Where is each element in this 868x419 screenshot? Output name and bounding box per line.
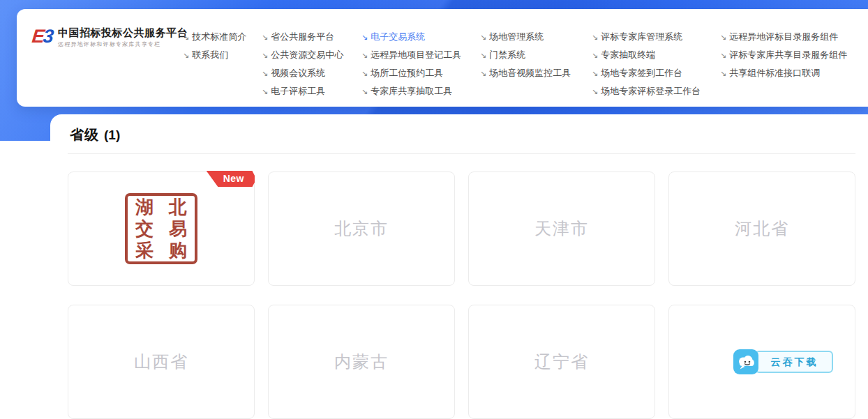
section-title: 省级 bbox=[70, 125, 99, 144]
arrow-icon: ↘ bbox=[361, 33, 368, 41]
arrow-icon: ↘ bbox=[262, 88, 268, 96]
menu-item-label: 公共资源交易中心 bbox=[271, 49, 343, 61]
page: E3 中国招标投标公共服务平台 远程异地评标和评标专家库共享专栏 ↘技术标准简介… bbox=[0, 0, 868, 419]
province-card-liaoning[interactable]: 辽宁省 bbox=[468, 305, 655, 419]
province-label: 辽宁省 bbox=[534, 351, 589, 373]
site-title: 中国招标投标公共服务平台 bbox=[58, 26, 188, 39]
province-label: 内蒙古 bbox=[334, 351, 389, 373]
arrow-icon: ↘ bbox=[592, 33, 598, 41]
arrow-icon: ↘ bbox=[183, 33, 189, 41]
arrow-icon: ↘ bbox=[361, 52, 368, 59]
menu-item-video-conference-system[interactable]: ↘视频会议系统 bbox=[262, 64, 343, 82]
province-card-shanxi[interactable]: 山西省 bbox=[68, 305, 255, 419]
menu-item-etrading-system-active[interactable]: ↘电子交易系统 bbox=[361, 28, 461, 46]
menu-item-label: 场地音视频监控工具 bbox=[489, 67, 571, 79]
menu-item-label: 场所工位预约工具 bbox=[371, 67, 443, 79]
nav-column-5: ↘评标专家库管理系统 ↘专家抽取终端 ↘场地专家签到工作台 ↘场地专家评标登录工… bbox=[592, 28, 701, 100]
cloud-mascot-icon[interactable] bbox=[733, 349, 758, 374]
arrow-icon: ↘ bbox=[592, 88, 598, 96]
menu-item-expert-pool-shared-extraction-tool[interactable]: ↘专家库共享抽取工具 bbox=[361, 82, 461, 100]
menu-item-remote-project-registration-tool[interactable]: ↘远程异地项目登记工具 bbox=[361, 46, 461, 64]
section-count: (1) bbox=[104, 128, 120, 143]
arrow-icon: ↘ bbox=[592, 70, 598, 77]
section-divider bbox=[68, 153, 855, 154]
seal-char: 采 bbox=[135, 241, 154, 261]
nav-column-2: ↘省公共服务平台 ↘公共资源交易中心 ↘视频会议系统 ↘电子评标工具 bbox=[262, 28, 343, 100]
menu-item-provincial-service-platform[interactable]: ↘省公共服务平台 bbox=[262, 28, 343, 46]
menu-item-contact-us[interactable]: ↘联系我们 bbox=[183, 46, 246, 64]
menu-item-label: 省公共服务平台 bbox=[271, 31, 334, 43]
section-header: 省级 (1) bbox=[68, 125, 855, 144]
menu-item-ebid-evaluation-tool[interactable]: ↘电子评标工具 bbox=[262, 82, 343, 100]
arrow-icon: ↘ bbox=[480, 70, 486, 77]
site-header: E3 中国招标投标公共服务平台 远程异地评标和评标专家库共享专栏 ↘技术标准简介… bbox=[17, 9, 868, 107]
province-card-grid: New 湖 北 交 易 采 购 北京市 天津市 河北省 山西 bbox=[68, 172, 855, 419]
arrow-icon: ↘ bbox=[720, 33, 726, 41]
nav-column-6: ↘远程异地评标目录服务组件 ↘评标专家库共享目录服务组件 ↘共享组件标准接口联调 bbox=[720, 28, 847, 82]
province-card-tianjin[interactable]: 天津市 bbox=[468, 172, 655, 286]
province-card-beijing[interactable]: 北京市 bbox=[268, 172, 455, 286]
menu-item-label: 技术标准简介 bbox=[192, 31, 246, 43]
menu-item-label: 联系我们 bbox=[192, 49, 228, 61]
menu-item-venue-seat-booking-tool[interactable]: ↘场所工位预约工具 bbox=[361, 64, 461, 82]
menu-item-label: 专家库共享抽取工具 bbox=[371, 85, 452, 98]
menu-item-label: 共享组件标准接口联调 bbox=[729, 67, 820, 79]
menu-item-label: 场地专家评标登录工作台 bbox=[601, 85, 701, 98]
arrow-icon: ↘ bbox=[183, 52, 189, 59]
province-label: 山西省 bbox=[134, 351, 188, 373]
arrow-icon: ↘ bbox=[262, 70, 268, 77]
menu-item-label: 评标专家库管理系统 bbox=[601, 31, 682, 43]
nav-column-4: ↘场地管理系统 ↘门禁系统 ↘场地音视频监控工具 bbox=[480, 28, 571, 82]
menu-item-remote-evaluation-directory-service-component[interactable]: ↘远程异地评标目录服务组件 bbox=[720, 28, 847, 46]
menu-item-label: 远程异地评标目录服务组件 bbox=[729, 31, 838, 43]
menu-item-access-control-system[interactable]: ↘门禁系统 bbox=[480, 46, 571, 64]
province-label: 河北省 bbox=[735, 218, 789, 240]
menu-item-label: 电子交易系统 bbox=[371, 31, 425, 43]
seal-char: 购 bbox=[169, 241, 187, 261]
menu-item-venue-management-system[interactable]: ↘场地管理系统 bbox=[480, 28, 571, 46]
hubei-trading-seal-stamp: 湖 北 交 易 采 购 bbox=[125, 193, 197, 264]
menu-item-label: 门禁系统 bbox=[489, 49, 525, 61]
site-logo[interactable]: E3 中国招标投标公共服务平台 远程异地评标和评标专家库共享专栏 bbox=[32, 26, 188, 48]
province-card-neimenggu[interactable]: 内蒙古 bbox=[268, 305, 455, 419]
arrow-icon: ↘ bbox=[720, 52, 726, 59]
menu-item-label: 远程异地项目登记工具 bbox=[371, 49, 461, 61]
menu-item-label: 电子评标工具 bbox=[271, 85, 325, 98]
arrow-icon: ↘ bbox=[361, 88, 368, 96]
menu-item-label: 场地管理系统 bbox=[489, 31, 544, 43]
download-button[interactable]: 云吞下载 bbox=[755, 351, 833, 373]
menu-item-label: 场地专家签到工作台 bbox=[601, 67, 682, 79]
menu-item-venue-av-monitoring-tool[interactable]: ↘场地音视频监控工具 bbox=[480, 64, 571, 82]
nav-column-3: ↘电子交易系统 ↘远程异地项目登记工具 ↘场所工位预约工具 ↘专家库共享抽取工具 bbox=[361, 28, 461, 100]
nav-column-1: ↘技术标准简介 ↘联系我们 bbox=[183, 28, 246, 64]
province-card-hubei[interactable]: New 湖 北 交 易 采 购 bbox=[68, 172, 255, 286]
site-subtitle: 远程异地评标和评标专家库共享专栏 bbox=[58, 40, 188, 48]
menu-item-label: 专家抽取终端 bbox=[601, 49, 655, 61]
menu-item-label: 视频会议系统 bbox=[271, 67, 325, 79]
download-widget[interactable]: 云吞下载 bbox=[733, 349, 833, 374]
province-card-empty[interactable]: 云吞下载 bbox=[668, 305, 855, 419]
main-content-panel: 省级 (1) New 湖 北 交 易 采 购 北京市 天津市 bbox=[50, 114, 868, 419]
arrow-icon: ↘ bbox=[592, 52, 598, 59]
menu-item-tech-standard-intro[interactable]: ↘技术标准简介 bbox=[183, 28, 246, 46]
seal-char: 易 bbox=[169, 219, 187, 239]
menu-item-venue-expert-evaluation-login-workbench[interactable]: ↘场地专家评标登录工作台 bbox=[592, 82, 701, 100]
menu-item-label: 评标专家库共享目录服务组件 bbox=[729, 49, 847, 61]
new-badge: New bbox=[207, 171, 255, 187]
arrow-icon: ↘ bbox=[720, 70, 726, 77]
province-label: 北京市 bbox=[334, 218, 389, 240]
arrow-icon: ↘ bbox=[361, 70, 368, 77]
menu-item-expert-extraction-terminal[interactable]: ↘专家抽取终端 bbox=[592, 46, 701, 64]
menu-item-expert-pool-shared-directory-service-component[interactable]: ↘评标专家库共享目录服务组件 bbox=[720, 46, 847, 64]
logo-text-block: 中国招标投标公共服务平台 远程异地评标和评标专家库共享专栏 bbox=[58, 26, 188, 48]
menu-item-expert-pool-management-system[interactable]: ↘评标专家库管理系统 bbox=[592, 28, 701, 46]
province-label: 天津市 bbox=[534, 218, 589, 240]
menu-item-public-resource-trading-center[interactable]: ↘公共资源交易中心 bbox=[262, 46, 343, 64]
province-card-hebei[interactable]: 河北省 bbox=[668, 172, 855, 286]
menu-item-venue-expert-checkin-workbench[interactable]: ↘场地专家签到工作台 bbox=[592, 64, 701, 82]
seal-char: 交 bbox=[135, 219, 154, 239]
menu-item-shared-component-interface-debugging[interactable]: ↘共享组件标准接口联调 bbox=[720, 64, 847, 82]
arrow-icon: ↘ bbox=[480, 52, 486, 59]
arrow-icon: ↘ bbox=[262, 52, 268, 59]
seal-char: 湖 bbox=[135, 197, 154, 218]
